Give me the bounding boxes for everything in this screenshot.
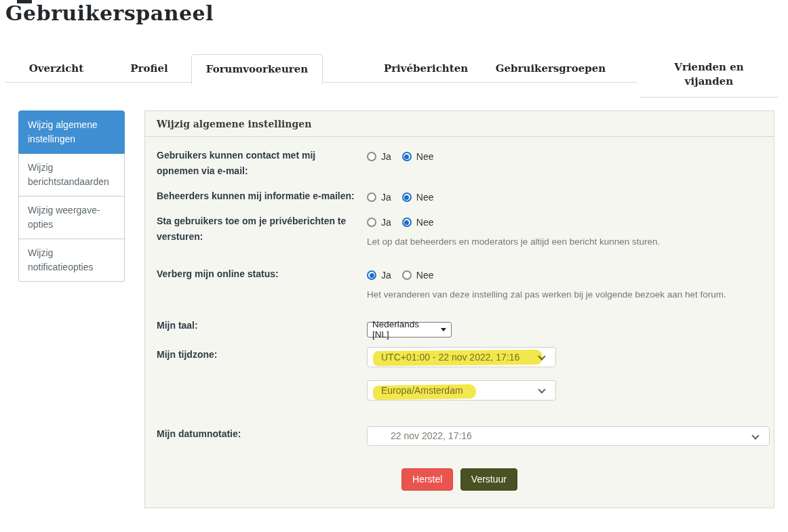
timezone-offset-value: UTC+01:00 - 22 nov 2022, 17:16 [381, 352, 519, 363]
radio-circle[interactable] [367, 270, 376, 280]
tab-gebruikersgroepen[interactable]: Gebruikersgroepen [483, 54, 618, 83]
radio-circle[interactable] [367, 152, 376, 161]
dateformat-select[interactable]: 22 nov 2022, 17:16 [367, 426, 770, 446]
field-label: Gebruikers kunnen contact met mij opneme… [157, 148, 367, 179]
sidebar-item-weergave-opties[interactable]: Wijzig weergave-opties [18, 197, 125, 239]
settings-panel: Wijzig algemene instellingen Gebruikers … [144, 110, 774, 508]
timezone-city-select[interactable]: Europa/Amsterdam [367, 380, 556, 401]
tab-profiel[interactable]: Profiel [98, 54, 200, 83]
radio-nee[interactable]: Nee [402, 151, 434, 162]
radio-circle[interactable] [402, 192, 412, 202]
field-label: Mijn tijdzone: [157, 347, 367, 401]
form-row-taal: Mijn taal: Nederlands [NL] [157, 318, 762, 337]
radio-nee[interactable]: Nee [402, 217, 434, 228]
panel-body: Gebruikers kunnen contact met mij opneme… [145, 137, 774, 491]
tab-vrienden-en-vijanden[interactable]: Vrienden en vijanden [639, 54, 779, 97]
field-label: Sta gebruikers toe om je privéberichten … [157, 213, 367, 249]
radio-circle[interactable] [402, 152, 412, 161]
radio-circle[interactable] [367, 218, 376, 227]
form-row-online-status: Verberg mijn online status: Ja Nee Het v… [157, 266, 762, 302]
sidebar-item-berichtstandaarden[interactable]: Wijzig berichtstandaarden [18, 154, 125, 197]
radio-group-contact-email: Ja Nee [367, 150, 762, 163]
radio-circle[interactable] [367, 192, 376, 202]
dateformat-value: 22 nov 2022, 17:16 [391, 430, 472, 441]
panel-header: Wijzig algemene instellingen [145, 111, 774, 137]
tab-priveberichten[interactable]: Privéberichten [359, 54, 492, 83]
timezone-offset-select[interactable]: UTC+01:00 - 22 nov 2022, 17:16 [367, 347, 556, 367]
radio-circle[interactable] [402, 270, 412, 280]
tab-bar: Overzicht Profiel Forumvoorkeuren Privéb… [0, 54, 788, 98]
form-row-contact-email: Gebruikers kunnen contact met mij opneme… [157, 148, 762, 179]
form-row-priveberichten: Sta gebruikers toe om je privéberichten … [157, 213, 762, 249]
field-note: Het veranderen van deze instelling zal p… [367, 288, 762, 302]
radio-ja[interactable]: Ja [367, 217, 391, 228]
page-title: Gebruikerspaneel [5, 1, 214, 25]
language-select-value: Nederlands [NL] [372, 319, 437, 340]
radio-nee[interactable]: Nee [402, 270, 434, 281]
chevron-down-icon [538, 386, 545, 393]
sidebar-item-notificatieopties[interactable]: Wijzig notificatieopties [18, 239, 125, 282]
tab-label-line1: Vrienden en [639, 60, 779, 75]
tab-label-line2: vijanden [639, 75, 779, 89]
timezone-city-value: Europa/Amsterdam [381, 385, 463, 396]
radio-nee[interactable]: Nee [402, 192, 434, 203]
field-note: Let op dat beheerders en moderators je a… [367, 235, 762, 249]
language-select[interactable]: Nederlands [NL] [367, 322, 452, 337]
radio-group-online-status: Ja Nee [367, 268, 762, 282]
tab-bar-border-right [639, 97, 779, 98]
field-label: Beheerders kunnen mij informatie e-maile… [157, 188, 367, 204]
radio-ja[interactable]: Ja [367, 192, 391, 203]
reset-button[interactable]: Herstel [401, 468, 453, 491]
ucp-sidebar: Wijzig algemene instellingen Wijzig beri… [18, 110, 125, 282]
field-label: Mijn datumnotatie: [157, 426, 367, 446]
field-label: Mijn taal: [157, 318, 367, 337]
radio-ja[interactable]: Ja [367, 270, 391, 281]
chevron-down-icon [441, 328, 446, 331]
form-row-tijdzone: Mijn tijdzone: UTC+01:00 - 22 nov 2022, … [157, 347, 762, 401]
form-row-admin-email: Beheerders kunnen mij informatie e-maile… [157, 188, 762, 204]
form-row-datumnotatie: Mijn datumnotatie: 22 nov 2022, 17:16 [157, 426, 762, 446]
chevron-down-icon [538, 352, 545, 360]
radio-ja[interactable]: Ja [367, 151, 391, 162]
tab-overzicht[interactable]: Overzicht [5, 54, 107, 83]
form-actions: Herstel Verstuur [157, 468, 762, 491]
submit-button[interactable]: Verstuur [460, 468, 517, 491]
tab-forumvoorkeuren[interactable]: Forumvoorkeuren [191, 54, 323, 84]
chevron-down-icon [751, 432, 759, 439]
sidebar-item-algemene-instellingen[interactable]: Wijzig algemene instellingen [18, 110, 125, 154]
radio-group-priveberichten: Ja Nee [367, 216, 762, 229]
field-label: Verberg mijn online status: [157, 266, 367, 302]
radio-circle[interactable] [402, 218, 412, 227]
radio-group-admin-email: Ja Nee [367, 190, 762, 204]
